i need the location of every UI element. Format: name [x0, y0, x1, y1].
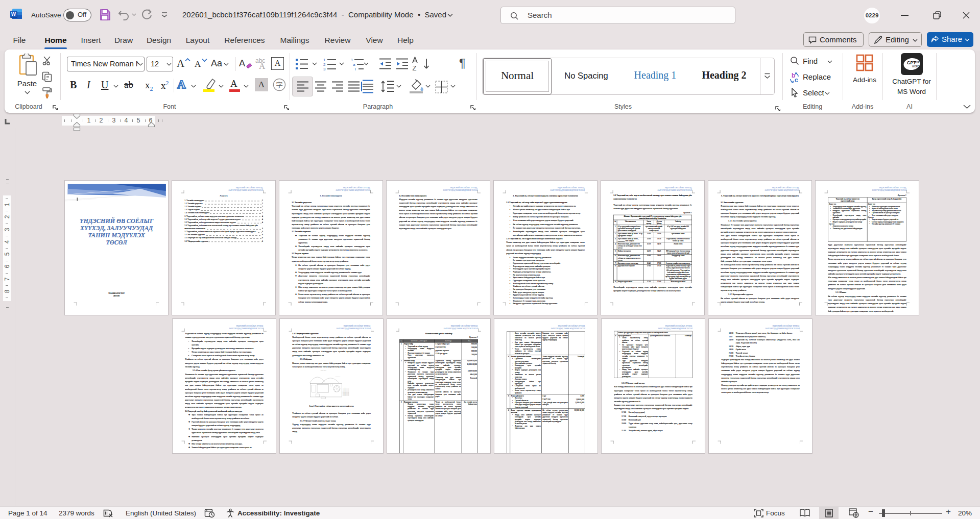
- svg-text:FOR: FOR: [915, 61, 920, 64]
- svg-text:1: 1: [323, 58, 326, 62]
- svg-text:WORD: WORD: [912, 65, 920, 68]
- svg-text:c: c: [795, 77, 798, 83]
- svg-text:3: 3: [323, 67, 326, 71]
- svg-text:1: 1: [351, 58, 353, 62]
- svg-text:i: i: [355, 67, 356, 71]
- svg-text:字: 字: [276, 81, 283, 89]
- svg-text:W: W: [11, 11, 16, 17]
- svg-text:Z: Z: [413, 64, 417, 71]
- svg-text:a: a: [353, 62, 355, 67]
- svg-text:Үйлчилгээ: Үйлчилгээ: [335, 376, 340, 377]
- svg-text:8. Тайлбар зүйл мөр: 8. Тайлбар зүйл мөр: [342, 395, 349, 396]
- svg-text:2: 2: [323, 62, 326, 67]
- svg-text:Асрын гэрэл: Асрын гэрэл: [320, 370, 327, 371]
